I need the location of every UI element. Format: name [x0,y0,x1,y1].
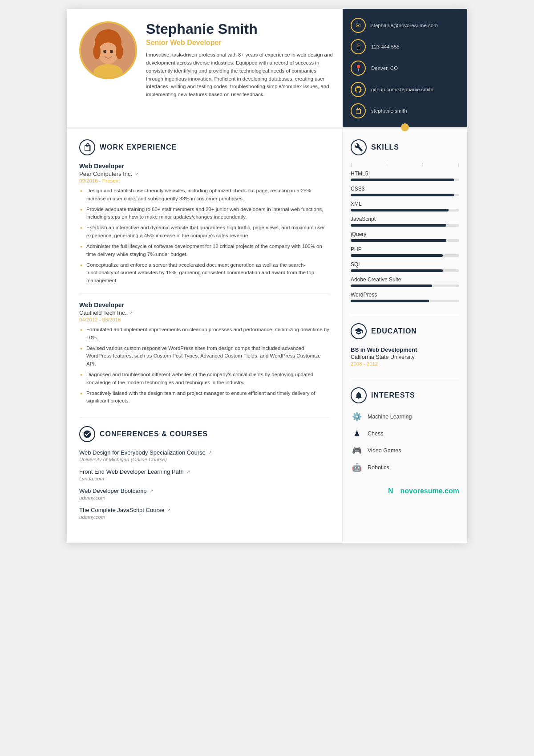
logo-area: N novoresume.com [351,486,459,496]
section-divider [79,418,330,418]
conferences-title: CONFERENCES & COURSES [79,426,330,442]
conf-sub-3: udemy.com [79,495,330,500]
conf-sub-4: udemy.com [79,514,330,520]
conferences-icon [79,426,95,442]
external-link-icon-2[interactable]: ↗ [129,310,133,315]
job-bullet-1-1: Design and establish user-friendly websi… [79,187,330,203]
education-label: EDUCATION [371,327,417,335]
svg-point-5 [116,44,123,59]
contact-github: github.com/stephanie.smith [371,87,433,92]
job-bullets-2: Formulated and implement improvements on… [79,326,330,405]
right-divider-2 [351,379,459,379]
interests-icon [351,387,367,403]
conf-link-4[interactable]: ↗ [167,508,170,512]
conf-link-3[interactable]: ↗ [150,488,153,493]
job-item-2: Web Developer Caulfield Tech Inc. ↗ 04/2… [79,301,330,405]
novoresume-logo-text: novoresume.com [400,487,459,495]
conf-item-4: The Complete JavaScript Course ↗ udemy.c… [79,507,330,520]
conf-title-1: Web Design for Everybody Specialization … [79,449,330,456]
portfolio-icon [351,103,366,118]
contact-location-item: 📍 Denver, CO [351,61,459,76]
conf-title-3: Web Developer Bootcamp ↗ [79,488,330,494]
contact-sidebar: ✉ stephanie@novoresume.com 📱 123 444 555… [343,9,467,127]
chess-icon: ♟ [351,427,363,440]
candidate-bio: Innovative, task-driven professional wit… [146,51,334,99]
header-dot-decoration [401,123,409,131]
work-experience-title: WORK EXPERIENCE [79,139,330,155]
work-icon [79,139,95,155]
skill-item-html5: HTML5 [351,171,459,181]
header-info: Stephanie Smith Senior Web Developer Inn… [146,21,334,115]
novoresume-logo-icon: N [388,486,398,496]
job-bullet-2-2: Devised various custom responsive WordPr… [79,345,330,368]
svg-point-7 [110,50,113,53]
education-section: EDUCATION BS in Web Development Californ… [351,323,459,366]
edu-degree: BS in Web Development [351,346,459,353]
job-dates-1: 09/2016 - Present [79,178,330,183]
conf-link-1[interactable]: ↗ [208,450,212,455]
body-section: WORK EXPERIENCE Web Developer Pear Compu… [67,129,467,543]
conf-title-2: Front End Web Developer Learning Path ↗ [79,468,330,475]
avatar [79,21,137,79]
conf-sub-1: University of Michigan (Online Course) [79,457,330,462]
conferences-label: CONFERENCES & COURSES [100,430,208,438]
skill-item-sql: SQL [351,261,459,272]
skill-item-css3: CSS3 [351,186,459,196]
job-bullets-1: Design and establish user-friendly websi… [79,187,330,285]
svg-point-4 [93,44,101,59]
candidate-name: Stephanie Smith [146,21,334,37]
conf-item-1: Web Design for Everybody Specialization … [79,449,330,462]
contact-phone: 123 444 555 [371,44,400,49]
job-company-1: Pear Computers Inc. ↗ [79,171,330,177]
skills-icon [351,139,367,155]
external-link-icon-1[interactable]: ↗ [135,171,138,176]
edu-dates: 2008 - 2012 [351,361,459,366]
svg-point-6 [103,50,106,53]
candidate-title: Senior Web Developer [146,39,334,47]
contact-email: stephanie@novoresume.com [371,23,438,28]
job-bullet-2-1: Formulated and implement improvements on… [79,326,330,342]
job-title-1: Web Developer [79,163,330,170]
work-experience-label: WORK EXPERIENCE [100,143,177,151]
header-left: Stephanie Smith Senior Web Developer Inn… [67,9,343,127]
skill-item-wordpress: WordPress [351,292,459,302]
skills-label: SKILLS [371,143,399,151]
svg-point-3 [98,42,118,64]
education-title: EDUCATION [351,323,459,339]
job-bullet-2-4: Proactively liaised with the design team… [79,390,330,406]
email-icon: ✉ [351,18,366,33]
job-bullet-1-2: Provide adequate training to 60+ staff m… [79,206,330,222]
edu-school: California State University [351,354,459,360]
conferences-section: CONFERENCES & COURSES Web Design for Eve… [79,418,330,520]
conf-item-2: Front End Web Developer Learning Path ↗ … [79,468,330,481]
interest-robotics: 🤖 Robotics [351,461,459,474]
conf-link-2[interactable]: ↗ [186,469,190,474]
ml-icon: ⚙️ [351,411,363,423]
github-icon [351,82,366,97]
skill-item-jquery: jQuery [351,231,459,242]
contact-portfolio: stephanie.smith [371,108,407,114]
interests-title: INTERESTS [351,387,459,403]
job-item-1: Web Developer Pear Computers Inc. ↗ 09/2… [79,163,330,285]
conf-item-3: Web Developer Bootcamp ↗ udemy.com [79,488,330,500]
job-dates-2: 04/2012 - 08/2016 [79,317,330,322]
videogames-icon: 🎮 [351,444,363,457]
job-bullet-2-3: Diagnosed and troubleshoot different web… [79,371,330,387]
job-divider [79,293,330,293]
education-icon [351,323,367,339]
body-left-column: WORK EXPERIENCE Web Developer Pear Compu… [67,129,343,543]
skill-item-javascript: JavaScript [351,216,459,227]
conf-title-4: The Complete JavaScript Course ↗ [79,507,330,513]
contact-portfolio-item: stephanie.smith [351,103,459,118]
work-experience-section: WORK EXPERIENCE Web Developer Pear Compu… [79,139,330,405]
skill-item-adobe: Adobe Creative Suite [351,276,459,287]
interest-videogames: 🎮 Video Games [351,444,459,457]
skills-title: SKILLS [351,139,459,155]
skills-scale: | | | | [351,163,459,167]
skill-item-xml: XML [351,201,459,211]
svg-text:N: N [388,487,393,495]
body-right-column: SKILLS | | | | HTML5 CSS3 XML [343,129,467,543]
skills-section: SKILLS | | | | HTML5 CSS3 XML [351,139,459,302]
robotics-icon: 🤖 [351,461,363,474]
contact-location: Denver, CO [371,65,398,71]
